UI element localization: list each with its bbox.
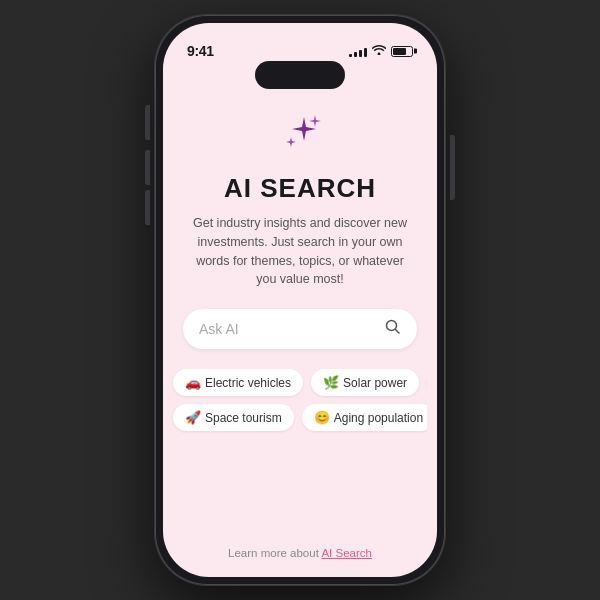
tag-label: Aging population [334, 411, 423, 425]
status-icons [349, 44, 413, 58]
page-description: Get industry insights and discover new i… [185, 214, 415, 289]
tag-space-tourism[interactable]: 🚀 Space tourism [173, 404, 294, 431]
tag-solar-power[interactable]: 🌿 Solar power [311, 369, 419, 396]
svg-line-1 [396, 330, 400, 334]
battery-icon [391, 46, 413, 57]
tags-section: 🚗 Electric vehicles 🌿 Solar power 👤 An e… [163, 369, 427, 439]
main-content: AI SEARCH Get industry insights and disc… [163, 89, 437, 531]
phone-screen: 9:41 [163, 23, 437, 577]
tag-label: Electric vehicles [205, 376, 291, 390]
status-time: 9:41 [187, 43, 214, 59]
footer: Learn more about AI Search [163, 531, 437, 577]
tag-label: Space tourism [205, 411, 282, 425]
tag-electric-vehicles[interactable]: 🚗 Electric vehicles [173, 369, 303, 396]
sparkles-icon [274, 109, 326, 165]
tag-emoji: 🚀 [185, 410, 201, 425]
signal-icon [349, 46, 367, 57]
tag-label: Solar power [343, 376, 407, 390]
footer-text: Learn more about AI Search [228, 547, 372, 559]
search-box[interactable]: Ask AI [183, 309, 417, 349]
phone-frame: 9:41 [155, 15, 445, 585]
tags-row-1: 🚗 Electric vehicles 🌿 Solar power 👤 An e… [163, 369, 427, 396]
wifi-icon [372, 44, 386, 58]
tag-emoji: 🌿 [323, 375, 339, 390]
footer-link[interactable]: AI Search [321, 547, 372, 559]
tag-emoji: 🚗 [185, 375, 201, 390]
dynamic-island [255, 61, 345, 89]
tag-emoji: 😊 [314, 410, 330, 425]
tags-row-2: 🚀 Space tourism 😊 Aging population 🌿 Sol… [163, 404, 427, 431]
tag-aging-population[interactable]: 😊 Aging population [302, 404, 427, 431]
page-title: AI SEARCH [224, 173, 376, 204]
search-placeholder: Ask AI [199, 321, 239, 337]
search-icon[interactable] [385, 319, 401, 339]
